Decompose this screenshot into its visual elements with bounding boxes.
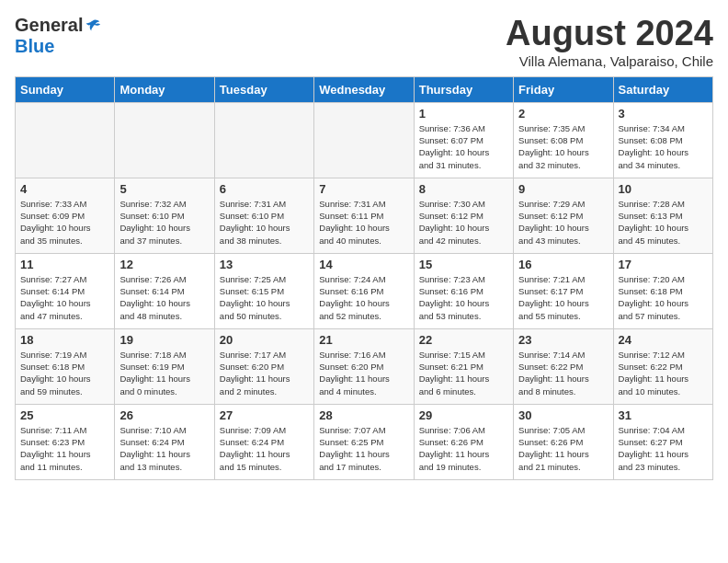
calendar-cell: 12Sunrise: 7:26 AM Sunset: 6:14 PM Dayli…	[115, 253, 214, 328]
day-number: 24	[619, 333, 708, 347]
day-info: Sunrise: 7:21 AM Sunset: 6:17 PM Dayligh…	[518, 273, 608, 322]
calendar-cell: 15Sunrise: 7:23 AM Sunset: 6:16 PM Dayli…	[414, 253, 513, 328]
day-number: 31	[619, 408, 708, 422]
day-info: Sunrise: 7:07 AM Sunset: 6:25 PM Dayligh…	[319, 424, 408, 473]
day-info: Sunrise: 7:35 AM Sunset: 6:08 PM Dayligh…	[518, 122, 608, 171]
calendar-cell: 10Sunrise: 7:28 AM Sunset: 6:13 PM Dayli…	[613, 178, 712, 253]
calendar-cell: 31Sunrise: 7:04 AM Sunset: 6:27 PM Dayli…	[613, 404, 712, 479]
calendar-cell: 30Sunrise: 7:05 AM Sunset: 6:26 PM Dayli…	[514, 404, 613, 479]
logo-bird-icon	[85, 17, 101, 34]
calendar-cell: 20Sunrise: 7:17 AM Sunset: 6:20 PM Dayli…	[214, 328, 313, 404]
day-info: Sunrise: 7:11 AM Sunset: 6:23 PM Dayligh…	[20, 424, 109, 473]
calendar-cell: 28Sunrise: 7:07 AM Sunset: 6:25 PM Dayli…	[314, 404, 414, 479]
calendar-cell: 2Sunrise: 7:35 AM Sunset: 6:08 PM Daylig…	[514, 102, 613, 178]
calendar-cell: 23Sunrise: 7:14 AM Sunset: 6:22 PM Dayli…	[514, 328, 613, 404]
calendar-cell: 24Sunrise: 7:12 AM Sunset: 6:22 PM Dayli…	[613, 328, 712, 404]
day-number: 5	[119, 182, 209, 196]
logo-blue-text: Blue	[15, 36, 54, 57]
header-wednesday: Wednesday	[314, 76, 414, 102]
calendar-cell: 9Sunrise: 7:29 AM Sunset: 6:12 PM Daylig…	[514, 178, 613, 253]
calendar-cell: 19Sunrise: 7:18 AM Sunset: 6:19 PM Dayli…	[115, 328, 214, 404]
header-monday: Monday	[115, 76, 214, 102]
day-info: Sunrise: 7:09 AM Sunset: 6:24 PM Dayligh…	[220, 424, 309, 473]
calendar-cell: 26Sunrise: 7:10 AM Sunset: 6:24 PM Dayli…	[115, 404, 214, 479]
calendar-cell	[314, 102, 414, 178]
calendar-week-1: 1Sunrise: 7:36 AM Sunset: 6:07 PM Daylig…	[16, 102, 713, 178]
day-info: Sunrise: 7:10 AM Sunset: 6:24 PM Dayligh…	[119, 424, 209, 473]
day-number: 8	[419, 182, 508, 196]
day-info: Sunrise: 7:04 AM Sunset: 6:27 PM Dayligh…	[619, 424, 708, 473]
day-info: Sunrise: 7:24 AM Sunset: 6:16 PM Dayligh…	[319, 273, 408, 322]
calendar-cell	[214, 102, 313, 178]
calendar-cell: 25Sunrise: 7:11 AM Sunset: 6:23 PM Dayli…	[16, 404, 115, 479]
day-number: 4	[20, 182, 109, 196]
header-saturday: Saturday	[613, 76, 712, 102]
calendar-cell: 27Sunrise: 7:09 AM Sunset: 6:24 PM Dayli…	[214, 404, 313, 479]
calendar-cell	[115, 102, 214, 178]
day-info: Sunrise: 7:16 AM Sunset: 6:20 PM Dayligh…	[319, 349, 408, 397]
day-number: 28	[319, 408, 408, 422]
calendar-cell: 13Sunrise: 7:25 AM Sunset: 6:15 PM Dayli…	[214, 253, 313, 328]
header-sunday: Sunday	[16, 76, 115, 102]
header-friday: Friday	[514, 76, 613, 102]
day-info: Sunrise: 7:31 AM Sunset: 6:11 PM Dayligh…	[319, 198, 408, 247]
calendar-cell: 17Sunrise: 7:20 AM Sunset: 6:18 PM Dayli…	[613, 253, 712, 328]
day-number: 16	[518, 258, 608, 271]
day-info: Sunrise: 7:25 AM Sunset: 6:15 PM Dayligh…	[220, 273, 309, 322]
day-info: Sunrise: 7:34 AM Sunset: 6:08 PM Dayligh…	[619, 122, 708, 171]
day-info: Sunrise: 7:32 AM Sunset: 6:10 PM Dayligh…	[119, 198, 209, 247]
day-number: 6	[220, 182, 309, 196]
day-number: 7	[319, 182, 408, 196]
day-info: Sunrise: 7:12 AM Sunset: 6:22 PM Dayligh…	[619, 349, 708, 397]
calendar-cell: 11Sunrise: 7:27 AM Sunset: 6:14 PM Dayli…	[16, 253, 115, 328]
calendar-cell: 7Sunrise: 7:31 AM Sunset: 6:11 PM Daylig…	[314, 178, 414, 253]
location-subtitle: Villa Alemana, Valparaiso, Chile	[506, 53, 713, 69]
calendar-week-4: 18Sunrise: 7:19 AM Sunset: 6:18 PM Dayli…	[16, 328, 713, 404]
logo: General Blue	[15, 15, 101, 57]
day-number: 9	[518, 182, 608, 196]
day-number: 25	[20, 408, 109, 422]
day-info: Sunrise: 7:36 AM Sunset: 6:07 PM Dayligh…	[419, 122, 508, 171]
calendar-table: SundayMondayTuesdayWednesdayThursdayFrid…	[15, 76, 713, 480]
day-number: 30	[518, 408, 608, 422]
day-number: 2	[518, 107, 608, 121]
day-info: Sunrise: 7:06 AM Sunset: 6:26 PM Dayligh…	[419, 424, 508, 473]
calendar-week-5: 25Sunrise: 7:11 AM Sunset: 6:23 PM Dayli…	[16, 404, 713, 479]
day-number: 22	[419, 333, 508, 347]
calendar-cell: 14Sunrise: 7:24 AM Sunset: 6:16 PM Dayli…	[314, 253, 414, 328]
calendar-cell: 22Sunrise: 7:15 AM Sunset: 6:21 PM Dayli…	[414, 328, 513, 404]
calendar-cell: 21Sunrise: 7:16 AM Sunset: 6:20 PM Dayli…	[314, 328, 414, 404]
day-number: 29	[419, 408, 508, 422]
day-number: 18	[20, 333, 109, 347]
day-number: 21	[319, 333, 408, 347]
day-number: 19	[119, 333, 209, 347]
day-info: Sunrise: 7:23 AM Sunset: 6:16 PM Dayligh…	[419, 273, 508, 322]
day-info: Sunrise: 7:26 AM Sunset: 6:14 PM Dayligh…	[119, 273, 209, 322]
day-info: Sunrise: 7:28 AM Sunset: 6:13 PM Dayligh…	[619, 198, 708, 247]
calendar-cell: 1Sunrise: 7:36 AM Sunset: 6:07 PM Daylig…	[414, 102, 513, 178]
day-info: Sunrise: 7:29 AM Sunset: 6:12 PM Dayligh…	[518, 198, 608, 247]
day-number: 23	[518, 333, 608, 347]
day-number: 27	[220, 408, 309, 422]
day-number: 11	[20, 258, 109, 271]
day-info: Sunrise: 7:33 AM Sunset: 6:09 PM Dayligh…	[20, 198, 109, 247]
page-header: General Blue August 2024 Villa Alemana, …	[15, 15, 713, 69]
day-number: 13	[220, 258, 309, 271]
day-number: 20	[220, 333, 309, 347]
day-number: 1	[419, 107, 508, 121]
day-info: Sunrise: 7:18 AM Sunset: 6:19 PM Dayligh…	[119, 349, 209, 397]
calendar-week-2: 4Sunrise: 7:33 AM Sunset: 6:09 PM Daylig…	[16, 178, 713, 253]
day-number: 12	[119, 258, 209, 271]
calendar-cell: 4Sunrise: 7:33 AM Sunset: 6:09 PM Daylig…	[16, 178, 115, 253]
day-number: 26	[119, 408, 209, 422]
calendar-cell: 3Sunrise: 7:34 AM Sunset: 6:08 PM Daylig…	[613, 102, 712, 178]
header-tuesday: Tuesday	[214, 76, 313, 102]
month-title: August 2024	[506, 15, 713, 53]
day-number: 17	[619, 258, 708, 271]
day-info: Sunrise: 7:30 AM Sunset: 6:12 PM Dayligh…	[419, 198, 508, 247]
calendar-cell: 8Sunrise: 7:30 AM Sunset: 6:12 PM Daylig…	[414, 178, 513, 253]
calendar-cell: 18Sunrise: 7:19 AM Sunset: 6:18 PM Dayli…	[16, 328, 115, 404]
calendar-cell: 29Sunrise: 7:06 AM Sunset: 6:26 PM Dayli…	[414, 404, 513, 479]
day-info: Sunrise: 7:19 AM Sunset: 6:18 PM Dayligh…	[20, 349, 109, 397]
day-number: 14	[319, 258, 408, 271]
